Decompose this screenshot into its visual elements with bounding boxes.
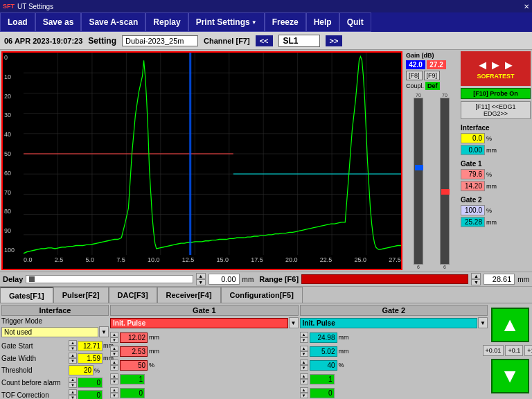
trigger-mode-row: Trigger Mode [1,317,109,325]
tab-pulser[interactable]: Pulser[F2] [53,287,109,303]
load-button[interactable]: Load [0,12,35,32]
gate-width-down[interactable]: ▼ [69,358,77,364]
close-btn[interactable]: ✕ [524,3,529,10]
gate2-unit-2: mm [486,219,497,226]
gate2-width-up[interactable]: ▲ [300,346,308,351]
gate1-width-up[interactable]: ▲ [110,346,118,351]
gate2-start-down[interactable]: ▼ [300,337,308,343]
gate1-tof-spin: ▲ ▼ [110,387,118,398]
gate2-width-down[interactable]: ▼ [300,351,308,357]
menu-bar: Load Save as Save A-scan Replay Print Se… [0,12,532,32]
saveascan-button[interactable]: Save A-scan [81,12,145,32]
gate2-tof-val: 0 [310,388,335,398]
tof-corr-down[interactable]: ▼ [69,395,77,399]
edge-btn[interactable]: [F11] <<EDG1 EDG2>> [461,101,531,119]
gate1-tof-up[interactable]: ▲ [110,387,118,393]
quit-button[interactable]: Quit [339,12,371,32]
gate2-thresh-val: 40 [310,360,337,371]
gate1-start-down[interactable]: ▼ [110,337,118,343]
range-label: Range [F6] [259,275,299,283]
gate-width-up[interactable]: ▲ [69,353,77,358]
coupl-label: Coupl. [406,82,424,89]
gate1-start-up[interactable]: ▲ [110,332,118,337]
gate1-count-row: ▲ ▼ 1 [110,373,299,385]
tof-corr-label: TOF Correction [1,391,67,399]
gate2-start-up[interactable]: ▲ [300,332,308,337]
gate2-right-section: Gate 2 100.0 % 25.28 mm [461,196,531,229]
gate1-title: Gate 1 [110,305,299,316]
range-spin-down[interactable]: ▼ [471,279,481,285]
gate1-thresh-up[interactable]: ▲ [110,360,118,365]
f8-btn[interactable]: [F8] [406,71,423,80]
tof-corr-up[interactable]: ▲ [69,389,77,395]
small-btn-01[interactable]: +0.1 [505,345,523,356]
range-val: 28.61 [484,274,515,285]
gate2-tof-down[interactable]: ▼ [300,393,308,398]
tof-corr-spin: ▲ ▼ [69,389,77,399]
small-btn-1[interactable]: +1 [524,345,532,356]
gate2-val-1: 100.0 [461,205,485,215]
gain-val-blue: 42.0 [406,60,425,69]
gate2-start-row: ▲ ▼ 24.98 mm [300,331,488,344]
range-bar[interactable] [301,274,468,284]
setting-value[interactable]: Dubai-2023_25m [122,35,198,46]
nav-next-button[interactable]: >> [326,35,343,46]
big-arrow-down-btn[interactable]: ▼ [491,359,529,393]
gate2-count-down[interactable]: ▼ [300,379,308,384]
gate2-tof-spin: ▲ ▼ [300,387,308,398]
gate1-trigger-val: Init. Pulse [110,318,288,328]
gate2-unit-1: % [486,207,492,214]
gate1-count-down[interactable]: ▼ [110,379,118,384]
probe-on-btn[interactable]: [F10] Probe On [461,88,531,99]
gate1-right-title: Gate 1 [461,160,531,168]
nav-prev-button[interactable]: << [256,35,273,46]
range-spin-up[interactable]: ▲ [471,273,481,279]
gate1-tof-down[interactable]: ▼ [110,393,118,398]
range-unit: mm [517,276,529,283]
gate2-count-up[interactable]: ▲ [300,373,308,379]
tab-dac[interactable]: DAC[F3] [109,287,157,303]
sliders-container: 70 6 70 6 [406,91,457,269]
chart-container: 100 90 80 70 60 50 40 30 20 10 0 [1,51,402,270]
small-btn-001[interactable]: +0.01 [483,345,504,356]
delay-spin-down[interactable]: ▼ [196,279,206,285]
gate2-tof-up[interactable]: ▲ [300,387,308,393]
freeze-button[interactable]: Freeze [265,12,306,32]
gate-width-spinbox: ▲ ▼ 1.59 mm [69,353,114,364]
gate2-width-spin: ▲ ▼ [300,346,308,357]
gate2-width-unit: mm [339,348,349,355]
gate2-thresh-down[interactable]: ▼ [300,365,308,371]
gate2-trigger-arrow[interactable]: ▼ [478,317,488,328]
gate-width-label: Gate Width [1,355,67,362]
gate-start-up[interactable]: ▲ [69,340,77,346]
help-button[interactable]: Help [306,12,339,32]
gate2-col: Gate 2 Init. Pulse ▼ ▲ ▼ 24.98 mm ▲ ▼ 5.… [300,305,488,399]
delay-unit: mm [242,276,254,283]
slider-track-2[interactable] [440,98,450,265]
count-alarm-down[interactable]: ▼ [69,382,77,388]
delay-bar: Delay ▲ ▼ 0.00 mm Range [F6] ▲ ▼ 28.61 m… [0,272,532,287]
gate1-count-up[interactable]: ▲ [110,373,118,379]
big-arrow-up-btn[interactable]: ▲ [491,308,529,342]
tab-config[interactable]: Configuration[F5] [221,287,303,303]
gate2-threshold-row: ▲ ▼ 40 % [300,359,488,371]
tab-gates[interactable]: Gates[F1] [0,287,53,303]
gate1-thresh-down[interactable]: ▼ [110,365,118,371]
delay-slider[interactable] [26,275,193,283]
far-right-panel: ◄ ► ► SOFRATEST [F10] Probe On [F11] <<E… [459,50,532,272]
trigger-dropdown-arrow[interactable]: ▼ [99,326,109,337]
gate1-width-down[interactable]: ▼ [110,351,118,357]
gate1-trigger-arrow[interactable]: ▼ [289,317,299,328]
gate1-tof-val: 0 [120,388,145,398]
tab-receiver[interactable]: Receiver[F4] [157,287,221,303]
gate2-val-row-2: 25.28 mm [461,217,531,227]
f9-btn[interactable]: [F9] [424,71,441,80]
delay-spin-up[interactable]: ▲ [196,273,206,279]
replay-button[interactable]: Replay [145,12,188,32]
gate2-thresh-up[interactable]: ▲ [300,360,308,365]
gate-start-down[interactable]: ▼ [69,346,77,351]
saveas-button[interactable]: Save as [35,12,82,32]
slider-track-1[interactable] [414,98,423,265]
count-alarm-up[interactable]: ▲ [69,377,77,382]
print-settings-button[interactable]: Print Settings [188,12,265,32]
